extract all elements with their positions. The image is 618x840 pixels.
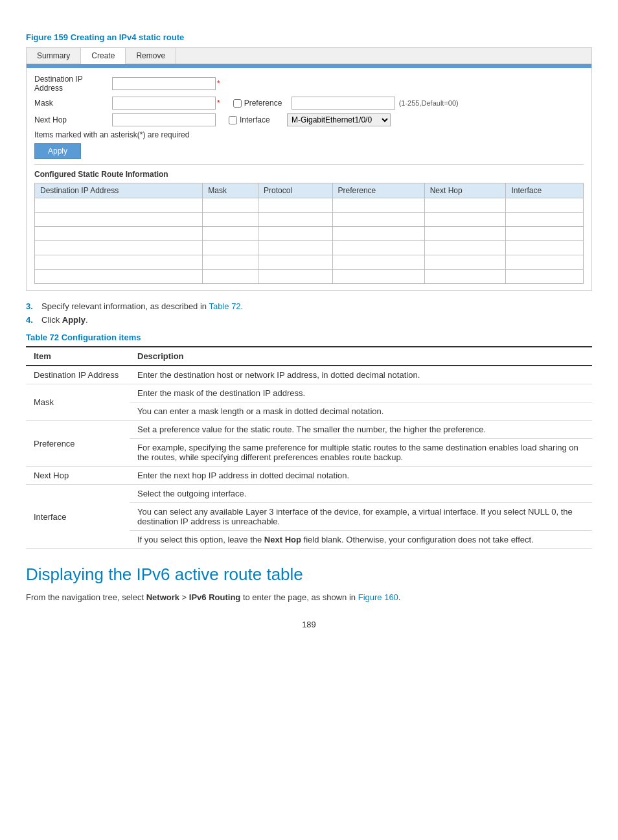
config-col-desc: Description bbox=[130, 347, 592, 366]
config-item-preference: Preference bbox=[26, 421, 130, 467]
config-item-mask: Mask bbox=[26, 384, 130, 421]
tab-summary[interactable]: Summary bbox=[27, 48, 81, 64]
figure-title: Figure 159 Creating an IPv4 static route bbox=[26, 32, 592, 42]
config-item-interface: Interface bbox=[26, 485, 130, 549]
config-desc-preference-1: Set a preference value for the static ro… bbox=[130, 421, 592, 439]
config-desc-mask-1: Enter the mask of the destination IP add… bbox=[130, 384, 592, 402]
form-panel: Summary Create Remove Destination IPAddr… bbox=[26, 47, 592, 291]
step-3-num: 3. bbox=[26, 301, 41, 311]
interface-checkbox-label[interactable]: Interface bbox=[229, 115, 287, 124]
table72-link[interactable]: Table 72 bbox=[209, 301, 240, 311]
next-hop-row: Next Hop Interface M-GigabitEthernet1/0/… bbox=[34, 113, 584, 126]
destination-ip-required: * bbox=[217, 79, 220, 88]
page-number: 189 bbox=[26, 620, 592, 629]
configured-routes-table: Destination IP Address Mask Protocol Pre… bbox=[34, 183, 584, 284]
config-desc-nexthop: Enter the next hop IP address in dotted … bbox=[130, 467, 592, 485]
config-row-mask-1: Mask Enter the mask of the destination I… bbox=[26, 384, 592, 402]
col-next-hop: Next Hop bbox=[424, 183, 506, 198]
next-hop-input[interactable] bbox=[112, 113, 216, 126]
table-row bbox=[35, 198, 584, 213]
destination-ip-input[interactable] bbox=[112, 77, 216, 90]
tab-bar: Summary Create Remove bbox=[27, 48, 591, 64]
interface-select[interactable]: M-GigabitEthernet1/0/0 bbox=[287, 113, 391, 126]
config-desc-destination-ip: Enter the destination host or network IP… bbox=[130, 366, 592, 384]
section-divider bbox=[34, 164, 584, 165]
steps-list: 3. Specify relevant information, as desc… bbox=[26, 301, 592, 325]
step-4-text: Click Apply. bbox=[41, 315, 88, 325]
config-col-item: Item bbox=[26, 347, 130, 366]
preference-input[interactable] bbox=[292, 97, 395, 110]
config-desc-interface-1: Select the outgoing interface. bbox=[130, 485, 592, 503]
body-paragraph: From the navigation tree, select Network… bbox=[26, 591, 592, 604]
interface-right: Interface M-GigabitEthernet1/0/0 bbox=[229, 113, 391, 126]
section-heading: Displaying the IPv6 active route table bbox=[26, 565, 592, 585]
col-protocol: Protocol bbox=[258, 183, 333, 198]
destination-ip-row: Destination IPAddress * bbox=[34, 75, 584, 93]
col-destination-ip: Destination IP Address bbox=[35, 183, 203, 198]
config-row-nexthop: Next Hop Enter the next hop IP address i… bbox=[26, 467, 592, 485]
mask-input[interactable] bbox=[112, 97, 216, 110]
apply-reference: Apply bbox=[62, 315, 86, 325]
preference-hint: (1-255,Default=00) bbox=[399, 99, 459, 107]
form-body: Destination IPAddress * Mask * Preferenc… bbox=[27, 68, 591, 290]
col-mask: Mask bbox=[203, 183, 258, 198]
table-row bbox=[35, 227, 584, 241]
tab-remove[interactable]: Remove bbox=[126, 48, 176, 64]
preference-right: Preference (1-255,Default=00) bbox=[233, 97, 459, 110]
table-row bbox=[35, 270, 584, 284]
col-interface: Interface bbox=[506, 183, 584, 198]
preference-checkbox[interactable] bbox=[233, 99, 242, 108]
tab-create[interactable]: Create bbox=[81, 48, 126, 64]
config-desc-interface-2: You can select any available Layer 3 int… bbox=[130, 503, 592, 531]
config-row-destination-ip: Destination IP Address Enter the destina… bbox=[26, 366, 592, 384]
required-note: Items marked with an asterisk(*) are req… bbox=[34, 130, 584, 139]
table72-title: Table 72 Configuration items bbox=[26, 332, 592, 342]
step-3-text: Specify relevant information, as describ… bbox=[41, 301, 243, 311]
mask-row: Mask * Preference (1-255,Default=00) bbox=[34, 97, 584, 110]
network-bold: Network bbox=[146, 592, 179, 602]
preference-checkbox-label[interactable]: Preference bbox=[233, 99, 292, 108]
config-desc-mask-2: You can enter a mask length or a mask in… bbox=[130, 402, 592, 421]
config-row-interface-1: Interface Select the outgoing interface. bbox=[26, 485, 592, 503]
step-3: 3. Specify relevant information, as desc… bbox=[26, 301, 592, 311]
config-item-nexthop: Next Hop bbox=[26, 467, 130, 485]
config-desc-preference-2: For example, specifying the same prefere… bbox=[130, 439, 592, 467]
table-row bbox=[35, 255, 584, 270]
col-preference: Preference bbox=[332, 183, 424, 198]
config-desc-interface-3: If you select this option, leave the Nex… bbox=[130, 531, 592, 549]
destination-ip-label: Destination IPAddress bbox=[34, 75, 112, 93]
interface-checkbox[interactable] bbox=[229, 116, 237, 124]
mask-label: Mask bbox=[34, 99, 112, 108]
table-row bbox=[35, 213, 584, 227]
table-row bbox=[35, 241, 584, 255]
step-4: 4. Click Apply. bbox=[26, 315, 592, 325]
step-4-num: 4. bbox=[26, 315, 41, 325]
mask-required: * bbox=[217, 99, 220, 108]
config-row-preference-1: Preference Set a preference value for th… bbox=[26, 421, 592, 439]
config-table: Item Description Destination IP Address … bbox=[26, 346, 592, 549]
ipv6-routing-bold: IPv6 Routing bbox=[189, 592, 240, 602]
configured-section-label: Configured Static Route Information bbox=[34, 170, 584, 179]
figure160-link[interactable]: Figure 160 bbox=[358, 592, 398, 602]
config-item-destination-ip: Destination IP Address bbox=[26, 366, 130, 384]
next-hop-label: Next Hop bbox=[34, 115, 112, 124]
apply-button[interactable]: Apply bbox=[34, 143, 81, 159]
